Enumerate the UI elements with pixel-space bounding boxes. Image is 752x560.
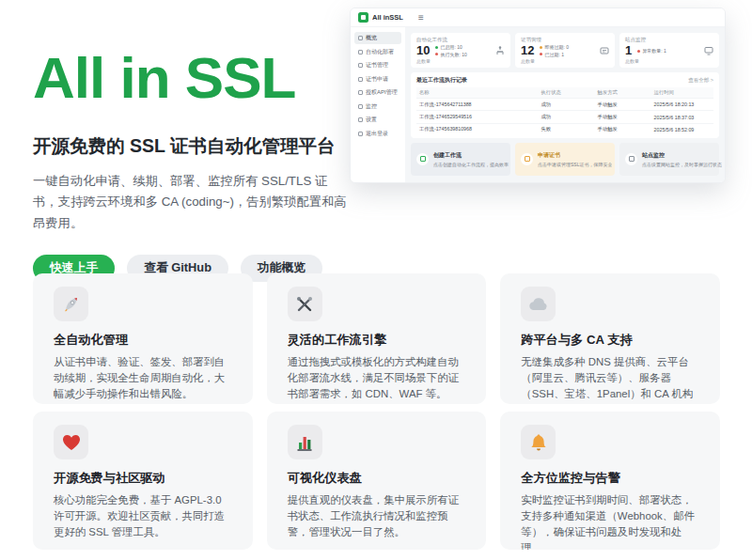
- sidebar-item-label: 概览: [366, 34, 377, 42]
- monitor-icon: [625, 153, 637, 165]
- gear-icon: [358, 117, 363, 122]
- preview-body: 概览 自动化部署 证书管理 证书申请 授权API管理 监控 设置 退出登录 自动…: [351, 27, 725, 182]
- stat-card-workflows: 自动化工作流 10 已启用: 10 执行失败: 10 总数量: [411, 33, 510, 68]
- table-row: 工作流-1745639810968 失败 手动触发 2025/5/6 18:52…: [416, 123, 713, 135]
- monitor-icon: [704, 46, 713, 55]
- stat-sublabel: 总数量: [521, 58, 609, 64]
- heart-icon: [54, 425, 88, 459]
- stat-value: 12: [521, 44, 534, 57]
- sidebar-item-label: 证书管理: [366, 61, 388, 70]
- app-logo-icon: [358, 12, 368, 23]
- sidebar-item-label: 监控: [366, 102, 377, 111]
- hamburger-menu-icon: ≡: [418, 13, 424, 23]
- orange-dot-icon: [540, 46, 542, 49]
- stat-label: 证书管理: [521, 37, 609, 43]
- feature-title: 开源免费与社区驱动: [54, 470, 232, 487]
- app-preview-screenshot: All inSSL ≡ 概览 自动化部署 证书管理 证书申请 授权API管理 监…: [350, 8, 726, 183]
- preview-topbar: All inSSL ≡: [351, 8, 725, 27]
- stat-card-certificates: 证书管理 12 即将过期: 0 已过期: 1 总数量: [515, 33, 615, 68]
- apply-certificate-card: 申请证书 点击申请或管理SSL证书，保障安全: [515, 143, 615, 176]
- sidebar-item-cert-manage: 证书管理: [354, 59, 401, 71]
- bell-icon: [521, 425, 556, 459]
- feature-description: 实时监控证书到期时间、部署状态，支持多种通知渠道（Webhook、邮件等），确保…: [521, 492, 699, 550]
- feature-description: 提供直观的仪表盘，集中展示所有证书状态、工作流执行情况和监控预警，管理状况一目了…: [288, 492, 466, 540]
- bar-chart-icon: [288, 425, 322, 459]
- red-dot-icon: [637, 50, 640, 53]
- feature-card-open-source: 开源免费与社区驱动 核心功能完全免费，基于 AGPL-3.0 许可开源。欢迎社区…: [33, 412, 253, 550]
- feature-description: 从证书申请、验证、签发、部署到自动续期，实现全生命周期自动化，大幅减少手动操作和…: [54, 354, 232, 402]
- stat-sublabel: 总数量: [416, 58, 505, 64]
- monitor-icon: [358, 104, 363, 109]
- feature-card-dashboard: 可视化仪表盘 提供直观的仪表盘，集中展示所有证书状态、工作流执行情况和监控预警，…: [267, 412, 487, 550]
- hero-section: All in SSL 开源免费的 SSL 证书自动化管理平台 一键自动化申请、续…: [33, 49, 357, 282]
- sidebar-item-label: 证书申请: [366, 75, 388, 84]
- sidebar-item-api-auth: 授权API管理: [354, 86, 401, 99]
- sidebar-item-monitor: 监控: [354, 101, 401, 113]
- legend-label: 异常数量: 1: [642, 48, 666, 54]
- workflow-runs-table: 名称 执行状态 触发方式 运行时间 工作流-1745642711388 成功 手…: [416, 87, 713, 135]
- certificate-icon: [521, 153, 533, 165]
- stat-label: 站点监控: [625, 37, 713, 43]
- sidebar-item-cert-apply: 证书申请: [354, 73, 401, 86]
- recent-runs-card: 最近工作流执行记录 查看全部 > 名称 执行状态 触发方式 运行时间: [411, 72, 719, 138]
- table-row: 工作流-1746529549516 成功 手动触发 2025/5/6 18:37…: [416, 111, 713, 123]
- page-title: All in SSL: [33, 49, 357, 107]
- features-grid: 全自动化管理 从证书申请、验证、签发、部署到自动续期，实现全生命周期自动化，大幅…: [33, 273, 720, 550]
- table-row: 工作流-1745642711388 成功 手动触发 2025/5/6 18:20…: [416, 99, 713, 111]
- action-desc: 点击设置网站监控，及时掌握运行状态: [642, 162, 722, 167]
- feature-description: 无缝集成多种 DNS 提供商、云平台（阿里云、腾讯云等）、服务器（SSH、宝塔、…: [521, 354, 699, 404]
- sidebar-item-settings: 设置: [354, 114, 401, 126]
- action-desc: 点击申请或管理SSL证书，保障安全: [538, 162, 612, 167]
- feature-card-monitoring-alerts: 全方位监控与告警 实时监控证书到期时间、部署状态，支持多种通知渠道（Webhoo…: [500, 412, 720, 550]
- hero-subtitle: 开源免费的 SSL 证书自动化管理平台: [33, 133, 357, 159]
- feature-title: 灵活的工作流引擎: [288, 332, 466, 349]
- page-root: { "colors": { "accent_green": "#1fa24b",…: [0, 0, 752, 560]
- col-runtime: 运行时间: [651, 87, 713, 99]
- sidebar-item-logout: 退出登录: [354, 128, 401, 140]
- stat-value: 1: [625, 44, 632, 57]
- legend-label: 已启用: 10: [440, 44, 462, 50]
- feature-title: 可视化仪表盘: [288, 470, 466, 487]
- certificate-icon: [600, 46, 609, 55]
- feature-title: 全方位监控与告警: [521, 470, 699, 487]
- workflow-icon: [495, 46, 505, 55]
- action-desc: 点击创建自动化工作流程，提高效率: [433, 162, 509, 167]
- table-title: 最近工作流执行记录: [416, 76, 467, 85]
- workflow-icon: [416, 153, 429, 165]
- site-monitor-card: 站点监控 点击设置网站监控，及时掌握运行状态: [619, 143, 719, 176]
- feature-title: 全自动化管理: [54, 332, 232, 349]
- document-icon: [358, 77, 363, 82]
- cloud-icon: [521, 287, 556, 321]
- certificate-icon: [358, 63, 363, 68]
- preview-main: 自动化工作流 10 已启用: 10 执行失败: 10 总数量 证书管理: [405, 27, 725, 182]
- red-dot-icon: [435, 53, 438, 55]
- feature-card-workflow-engine: 灵活的工作流引擎 通过拖拽式或模板化的方式构建自动化部署流水线，满足不同场景下的…: [267, 273, 487, 404]
- tools-icon: [288, 287, 322, 321]
- app-brand: All inSSL: [372, 13, 403, 22]
- col-status: 执行状态: [539, 87, 595, 99]
- stat-value: 10: [416, 44, 430, 57]
- sidebar-item-deploy: 自动化部署: [354, 46, 401, 58]
- sidebar-item-label: 退出登录: [366, 130, 388, 138]
- key-icon: [358, 90, 363, 95]
- col-trigger: 触发方式: [595, 87, 651, 99]
- legend-label: 执行失败: 10: [440, 52, 466, 57]
- legend-label: 已过期: 1: [544, 52, 564, 57]
- home-icon: [358, 36, 363, 40]
- action-title: 申请证书: [538, 151, 612, 160]
- feature-description: 通过拖拽式或模板化的方式构建自动化部署流水线，满足不同场景下的证书部署需求，如 …: [288, 354, 466, 402]
- table-header-row: 名称 执行状态 触发方式 运行时间: [416, 87, 713, 99]
- feature-card-multi-ca: 跨平台与多 CA 支持 无缝集成多种 DNS 提供商、云平台（阿里云、腾讯云等）…: [500, 273, 720, 404]
- red-dot-icon: [540, 53, 542, 55]
- sidebar-item-overview: 概览: [354, 32, 401, 44]
- view-all-link: 查看全部 >: [688, 77, 713, 84]
- quick-actions-row: 创建工作流 点击创建自动化工作流程，提高效率 申请证书 点击申请或管理SSL证书…: [411, 143, 719, 176]
- feature-title: 跨平台与多 CA 支持: [521, 332, 699, 349]
- feature-description: 核心功能完全免费，基于 AGPL-3.0 许可开源。欢迎社区贡献，共同打造更好的…: [54, 492, 232, 540]
- col-name: 名称: [416, 87, 539, 99]
- sidebar-item-label: 自动化部署: [366, 48, 394, 56]
- preview-sidebar: 概览 自动化部署 证书管理 证书申请 授权API管理 监控 设置 退出登录: [351, 27, 405, 182]
- stats-row: 自动化工作流 10 已启用: 10 执行失败: 10 总数量 证书管理: [411, 33, 719, 68]
- stat-card-monitor: 站点监控 1 异常数量: 1 总数量: [619, 33, 719, 68]
- action-title: 创建工作流: [433, 151, 509, 160]
